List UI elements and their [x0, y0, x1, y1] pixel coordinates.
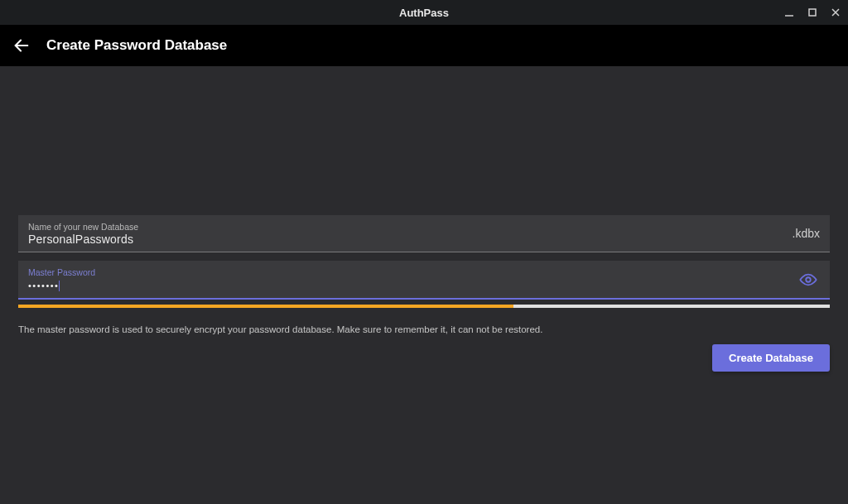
svg-rect-1	[809, 9, 816, 16]
maximize-button[interactable]	[807, 7, 818, 18]
close-button[interactable]	[830, 7, 841, 18]
database-name-value: PersonalPasswords	[28, 233, 784, 246]
window-controls	[783, 7, 841, 18]
create-database-button[interactable]: Create Database	[712, 344, 830, 372]
back-button[interactable]	[12, 36, 31, 55]
database-name-field[interactable]: Name of your new Database PersonalPasswo…	[18, 215, 830, 252]
text-caret	[59, 281, 60, 291]
titlebar: AuthPass	[0, 0, 848, 25]
toggle-password-visibility-button[interactable]	[797, 268, 820, 291]
spacer	[18, 66, 830, 215]
database-name-label: Name of your new Database	[28, 222, 784, 232]
password-underline	[18, 298, 830, 300]
master-password-field[interactable]: Master Password •••••••	[18, 261, 830, 298]
appbar: Create Password Database	[0, 25, 848, 66]
database-name-suffix: .kdbx	[793, 227, 820, 240]
action-row: Create Database	[18, 344, 830, 372]
window-title: AuthPass	[399, 7, 449, 19]
helper-text: The master password is used to securely …	[18, 324, 830, 334]
svg-point-3	[806, 277, 811, 282]
password-strength-bar	[18, 305, 830, 308]
master-password-value: •••••••	[28, 278, 790, 291]
content-area: Name of your new Database PersonalPasswo…	[0, 66, 848, 504]
master-password-label: Master Password	[28, 267, 790, 277]
password-strength-fill	[18, 305, 513, 308]
page-title: Create Password Database	[46, 37, 227, 54]
minimize-button[interactable]	[783, 7, 795, 18]
